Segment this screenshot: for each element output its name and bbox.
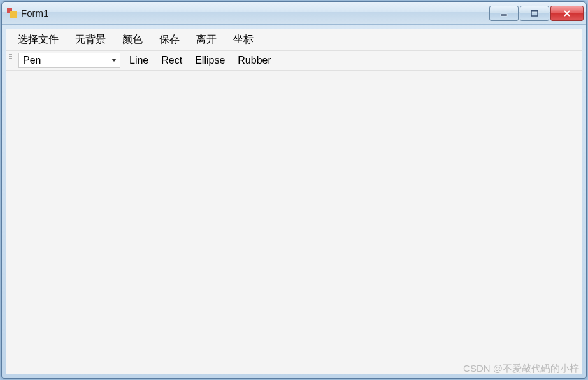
- chevron-down-icon: [111, 59, 117, 62]
- combo-dropdown-button[interactable]: [108, 59, 120, 62]
- menu-no-background[interactable]: 无背景: [68, 32, 113, 48]
- window-controls: [489, 6, 584, 21]
- combo-selected-value: Pen: [19, 55, 108, 66]
- app-icon: [7, 8, 17, 18]
- maximize-button[interactable]: [520, 6, 549, 21]
- menubar: 选择文件 无背景 颜色 保存 离开 坐标: [6, 29, 582, 51]
- maximize-icon: [530, 10, 539, 17]
- tool-combo[interactable]: Pen: [18, 53, 120, 68]
- toolbar: Pen Line Rect Ellipse Rubber: [6, 51, 582, 71]
- titlebar[interactable]: Form1: [2, 2, 586, 25]
- close-button[interactable]: [550, 6, 584, 21]
- svg-rect-2: [531, 10, 538, 12]
- tool-rect-button[interactable]: Rect: [157, 53, 186, 67]
- application-window: Form1 选择文件 无背景 颜色: [1, 1, 587, 379]
- client-area: 选择文件 无背景 颜色 保存 离开 坐标 Pen Line Rect Ellip…: [6, 29, 582, 374]
- menu-save[interactable]: 保存: [152, 32, 187, 48]
- menu-exit[interactable]: 离开: [189, 32, 224, 48]
- tool-rubber-button[interactable]: Rubber: [234, 53, 275, 67]
- close-icon: [563, 10, 571, 17]
- menu-color[interactable]: 颜色: [115, 32, 150, 48]
- tool-line-button[interactable]: Line: [125, 53, 152, 67]
- minimize-button[interactable]: [489, 6, 519, 21]
- menu-coordinates[interactable]: 坐标: [226, 32, 261, 48]
- svg-rect-0: [501, 14, 507, 16]
- window-title: Form1: [21, 8, 489, 18]
- toolbar-grip[interactable]: [9, 54, 12, 67]
- tool-ellipse-button[interactable]: Ellipse: [191, 53, 229, 67]
- drawing-canvas[interactable]: [6, 71, 582, 374]
- minimize-icon: [499, 10, 508, 17]
- menu-select-file[interactable]: 选择文件: [10, 32, 66, 48]
